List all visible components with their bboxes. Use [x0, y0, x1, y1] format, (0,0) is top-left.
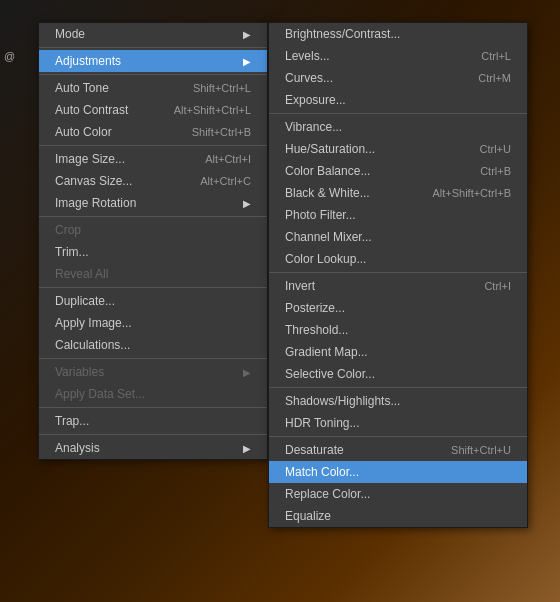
separator	[39, 358, 267, 359]
menu-item-duplicate[interactable]: Duplicate...	[39, 290, 267, 312]
menu-item-apply-data-set[interactable]: Apply Data Set...	[39, 383, 267, 405]
menu-item-apply-image[interactable]: Apply Image...	[39, 312, 267, 334]
menu-item-match-color[interactable]: Match Color...	[269, 461, 527, 483]
adjustments-submenu: Brightness/Contrast... Levels... Ctrl+L …	[268, 22, 528, 528]
menu-item-levels[interactable]: Levels... Ctrl+L	[269, 45, 527, 67]
menu-item-mode[interactable]: Mode ▶	[39, 23, 267, 45]
menu-item-image-rotation[interactable]: Image Rotation ▶	[39, 192, 267, 214]
menu-item-exposure[interactable]: Exposure...	[269, 89, 527, 111]
separator	[269, 272, 527, 273]
menu-item-gradient-map[interactable]: Gradient Map...	[269, 341, 527, 363]
menu-item-auto-color[interactable]: Auto Color Shift+Ctrl+B	[39, 121, 267, 143]
content-area: @ Mode ▶ Adjustments ▶ Auto Tone Shift+C…	[0, 50, 560, 602]
menu-item-selective-color[interactable]: Selective Color...	[269, 363, 527, 385]
menu-item-shadows-highlights[interactable]: Shadows/Highlights...	[269, 390, 527, 412]
menu-item-color-balance[interactable]: Color Balance... Ctrl+B	[269, 160, 527, 182]
arrow-icon: ▶	[243, 56, 251, 67]
separator	[39, 145, 267, 146]
menu-item-desaturate[interactable]: Desaturate Shift+Ctrl+U	[269, 439, 527, 461]
separator	[39, 287, 267, 288]
menu-item-black-white[interactable]: Black & White... Alt+Shift+Ctrl+B	[269, 182, 527, 204]
menu-item-color-lookup[interactable]: Color Lookup...	[269, 248, 527, 270]
arrow-icon: ▶	[243, 198, 251, 209]
separator	[269, 436, 527, 437]
menu-item-reveal-all[interactable]: Reveal All	[39, 263, 267, 285]
menu-item-hdr-toning[interactable]: HDR Toning...	[269, 412, 527, 434]
menu-item-adjustments[interactable]: Adjustments ▶	[39, 50, 267, 72]
separator	[39, 74, 267, 75]
menu-item-image-size[interactable]: Image Size... Alt+Ctrl+I	[39, 148, 267, 170]
menu-item-equalize[interactable]: Equalize	[269, 505, 527, 527]
menu-item-crop[interactable]: Crop	[39, 219, 267, 241]
arrow-icon: ▶	[243, 367, 251, 378]
separator	[39, 47, 267, 48]
menu-item-trim[interactable]: Trim...	[39, 241, 267, 263]
menu-item-calculations[interactable]: Calculations...	[39, 334, 267, 356]
menu-item-replace-color[interactable]: Replace Color...	[269, 483, 527, 505]
menu-item-canvas-size[interactable]: Canvas Size... Alt+Ctrl+C	[39, 170, 267, 192]
menu-item-threshold[interactable]: Threshold...	[269, 319, 527, 341]
menu-item-trap[interactable]: Trap...	[39, 410, 267, 432]
menu-item-photo-filter[interactable]: Photo Filter...	[269, 204, 527, 226]
image-menu: Mode ▶ Adjustments ▶ Auto Tone Shift+Ctr…	[38, 22, 268, 460]
arrow-icon: ▶	[243, 443, 251, 454]
panel-label: @	[4, 50, 15, 62]
menu-item-variables[interactable]: Variables ▶	[39, 361, 267, 383]
menu-item-posterize[interactable]: Posterize...	[269, 297, 527, 319]
arrow-icon: ▶	[243, 29, 251, 40]
separator	[269, 113, 527, 114]
menu-item-auto-tone[interactable]: Auto Tone Shift+Ctrl+L	[39, 77, 267, 99]
separator	[39, 407, 267, 408]
separator	[39, 216, 267, 217]
menu-item-channel-mixer[interactable]: Channel Mixer...	[269, 226, 527, 248]
menu-item-vibrance[interactable]: Vibrance...	[269, 116, 527, 138]
separator	[39, 434, 267, 435]
menu-item-auto-contrast[interactable]: Auto Contrast Alt+Shift+Ctrl+L	[39, 99, 267, 121]
menu-item-hue-saturation[interactable]: Hue/Saturation... Ctrl+U	[269, 138, 527, 160]
menu-item-brightness-contrast[interactable]: Brightness/Contrast...	[269, 23, 527, 45]
menu-item-analysis[interactable]: Analysis ▶	[39, 437, 267, 459]
menu-item-invert[interactable]: Invert Ctrl+I	[269, 275, 527, 297]
menu-item-curves[interactable]: Curves... Ctrl+M	[269, 67, 527, 89]
separator	[269, 387, 527, 388]
